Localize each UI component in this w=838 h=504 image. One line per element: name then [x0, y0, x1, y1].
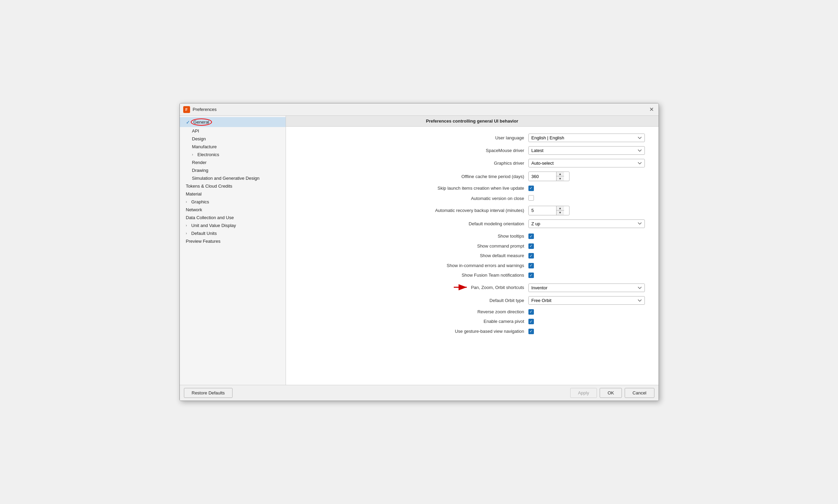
- cancel-button[interactable]: Cancel: [625, 388, 654, 398]
- right-buttons: Apply OK Cancel: [570, 388, 654, 398]
- auto-recovery-up-btn[interactable]: ▲: [556, 206, 564, 211]
- apply-button[interactable]: Apply: [570, 388, 597, 398]
- main-panel: Preferences controlling general UI behav…: [286, 116, 659, 385]
- design-label: Design: [192, 136, 206, 141]
- show-measure-checkbox[interactable]: [528, 253, 534, 259]
- offline-cache-row: Offline cache time period (days) ▲ ▼: [300, 172, 645, 181]
- offline-cache-up-btn[interactable]: ▲: [556, 172, 564, 176]
- sidebar-item-network[interactable]: Network: [180, 206, 286, 214]
- sidebar-item-tokens[interactable]: Tokens & Cloud Credits: [180, 182, 286, 190]
- close-button[interactable]: ✕: [648, 106, 655, 113]
- gesture-nav-label: Use gesture-based view navigation: [398, 329, 528, 334]
- auto-recovery-control: ▲ ▼: [528, 206, 645, 215]
- default-orbit-label: Default Orbit type: [398, 298, 528, 303]
- default-orbit-control: Free Orbit Constrained Orbit: [528, 296, 645, 305]
- sidebar-item-electronics[interactable]: › Electronics: [180, 151, 286, 159]
- graphics-driver-label: Graphics driver: [398, 161, 528, 166]
- manufacture-label: Manufacture: [192, 144, 217, 149]
- spacemouse-select[interactable]: Latest Legacy: [528, 146, 645, 155]
- offline-cache-input[interactable]: [529, 173, 556, 180]
- api-label: API: [192, 128, 199, 134]
- auto-recovery-spinner: ▲ ▼: [528, 206, 570, 215]
- gesture-nav-row: Use gesture-based view navigation: [300, 328, 645, 334]
- preferences-dialog: F Preferences ✕ ✓ General API Design Man…: [179, 103, 659, 401]
- general-label: General: [191, 118, 212, 126]
- chevron-right-icon-graphics: ›: [186, 200, 190, 204]
- gesture-nav-control: [528, 328, 645, 334]
- skip-launch-label: Skip launch items creation when live upd…: [398, 186, 528, 191]
- sidebar-item-material[interactable]: Material: [180, 190, 286, 198]
- sidebar-item-drawing[interactable]: Drawing: [180, 166, 286, 174]
- show-tooltips-checkbox[interactable]: [528, 234, 534, 239]
- default-modeling-select[interactable]: Z up Y up: [528, 219, 645, 228]
- pan-zoom-row: Pan, Zoom, Orbit shortcuts Inventor Fusi…: [300, 284, 645, 292]
- reverse-zoom-row: Reverse zoom direction: [300, 309, 645, 315]
- auto-version-row: Automatic version on close: [300, 195, 645, 202]
- sidebar-item-preview[interactable]: Preview Features: [180, 237, 286, 245]
- restore-defaults-button[interactable]: Restore Defaults: [184, 388, 233, 398]
- graphics-driver-control: Auto-select DirectX 11: [528, 159, 645, 167]
- sidebar-item-manufacture[interactable]: Manufacture: [180, 143, 286, 151]
- show-fusion-checkbox[interactable]: [528, 273, 534, 278]
- sidebar-item-api[interactable]: API: [180, 127, 286, 135]
- gesture-nav-checkbox[interactable]: [528, 329, 534, 334]
- show-command-control: [528, 243, 645, 249]
- reverse-zoom-checkbox[interactable]: [528, 309, 534, 315]
- show-command-row: Show command prompt: [300, 243, 645, 249]
- sidebar-item-render[interactable]: Render: [180, 159, 286, 166]
- show-measure-label: Show default measure: [398, 253, 528, 258]
- pan-zoom-select[interactable]: Inventor Fusion SolidWorks: [528, 284, 645, 292]
- show-errors-checkbox[interactable]: [528, 263, 534, 268]
- auto-version-label: Automatic version on close: [398, 196, 528, 201]
- show-command-checkbox[interactable]: [528, 243, 534, 249]
- offline-cache-spinner-btns: ▲ ▼: [556, 172, 564, 181]
- user-language-control: English | English French | Français: [528, 134, 645, 142]
- sidebar-item-default-units[interactable]: › Default Units: [180, 229, 286, 237]
- panel-content: User language English | English French |…: [286, 127, 659, 385]
- sidebar-item-sim-gen[interactable]: Simulation and Generative Design: [180, 174, 286, 182]
- user-language-select[interactable]: English | English French | Français: [528, 134, 645, 142]
- material-label: Material: [186, 191, 202, 197]
- data-collection-label: Data Collection and Use: [186, 215, 234, 220]
- default-units-label: Default Units: [191, 231, 217, 236]
- show-fusion-row: Show Fusion Team notifications: [300, 273, 645, 278]
- ok-button[interactable]: OK: [600, 388, 622, 398]
- camera-pivot-checkbox[interactable]: [528, 319, 534, 324]
- show-errors-control: [528, 263, 645, 268]
- render-label: Render: [192, 160, 207, 165]
- graphics-driver-select[interactable]: Auto-select DirectX 11: [528, 159, 645, 167]
- chevron-right-icon: ›: [192, 153, 196, 156]
- show-tooltips-label: Show tooltips: [398, 234, 528, 239]
- title-bar-left: F Preferences: [183, 106, 217, 113]
- preview-label: Preview Features: [186, 239, 221, 244]
- chevron-right-icon-unit: ›: [186, 224, 190, 227]
- auto-recovery-down-btn[interactable]: ▼: [556, 211, 564, 215]
- default-modeling-control: Z up Y up: [528, 219, 645, 228]
- show-fusion-label: Show Fusion Team notifications: [398, 273, 528, 278]
- sidebar-item-unit-value[interactable]: › Unit and Value Display: [180, 222, 286, 229]
- chevron-right-icon-units: ›: [186, 231, 190, 235]
- auto-recovery-label: Automatic recovery backup interval (minu…: [398, 208, 528, 213]
- sidebar-item-design[interactable]: Design: [180, 135, 286, 143]
- show-tooltips-control: [528, 234, 645, 239]
- content-area: ✓ General API Design Manufacture › Elect…: [180, 116, 659, 385]
- sidebar-item-graphics[interactable]: › Graphics: [180, 198, 286, 206]
- spacemouse-row: SpaceMouse driver Latest Legacy: [300, 146, 645, 155]
- offline-cache-down-btn[interactable]: ▼: [556, 176, 564, 181]
- sidebar-item-data-collection[interactable]: Data Collection and Use: [180, 214, 286, 222]
- auto-recovery-input[interactable]: [529, 206, 556, 214]
- drawing-label: Drawing: [192, 168, 209, 173]
- skip-launch-checkbox[interactable]: [528, 186, 534, 191]
- bottom-bar: Restore Defaults Apply OK Cancel: [180, 385, 659, 401]
- show-errors-row: Show in-command errors and warnings: [300, 263, 645, 268]
- offline-cache-control: ▲ ▼: [528, 172, 645, 181]
- sidebar-item-general[interactable]: ✓ General: [180, 117, 286, 127]
- sidebar: ✓ General API Design Manufacture › Elect…: [180, 116, 286, 385]
- show-fusion-control: [528, 273, 645, 278]
- show-tooltips-row: Show tooltips: [300, 234, 645, 239]
- default-orbit-select[interactable]: Free Orbit Constrained Orbit: [528, 296, 645, 305]
- spacemouse-control: Latest Legacy: [528, 146, 645, 155]
- show-measure-control: [528, 253, 645, 259]
- auto-version-checkbox[interactable]: [528, 195, 534, 201]
- graphics-driver-row: Graphics driver Auto-select DirectX 11: [300, 159, 645, 167]
